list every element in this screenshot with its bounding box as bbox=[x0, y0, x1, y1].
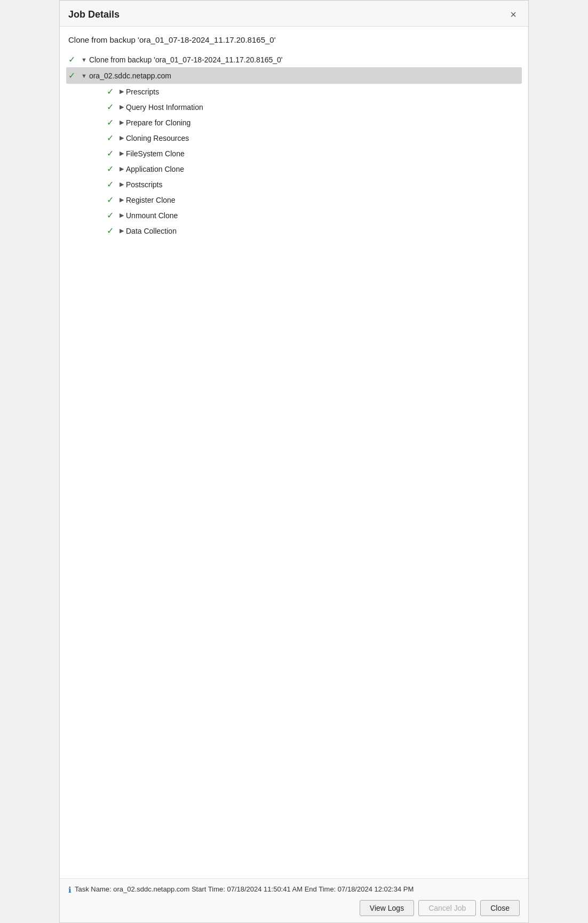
expand-icon-2: ▶ bbox=[120, 119, 124, 126]
job-details-dialog: Job Details × Clone from backup 'ora_01_… bbox=[59, 0, 529, 923]
sub-item-label-2: Prepare for Cloning bbox=[126, 118, 190, 127]
check-icon-6: ✓ bbox=[107, 179, 120, 189]
tree-host-item: ✓ ▼ ora_02.sddc.netapp.com bbox=[66, 67, 522, 84]
check-icon-2: ✓ bbox=[107, 117, 120, 128]
check-icon-5: ✓ bbox=[107, 164, 120, 174]
tree-sub-item: ✓ ▶ Data Collection bbox=[68, 223, 520, 238]
expand-icon-5: ▶ bbox=[120, 165, 124, 172]
check-icon-1: ✓ bbox=[107, 102, 120, 112]
dialog-footer: ℹ Task Name: ora_02.sddc.netapp.com Star… bbox=[60, 878, 528, 922]
check-icon-4: ✓ bbox=[107, 148, 120, 158]
footer-buttons: View Logs Cancel Job Close bbox=[68, 900, 520, 916]
tree-sub-item: ✓ ▶ Query Host Information bbox=[68, 99, 520, 115]
tree-root-item: ✓ ▼ Clone from backup 'ora_01_07-18-2024… bbox=[68, 52, 520, 67]
tree-sub-item: ✓ ▶ Application Clone bbox=[68, 161, 520, 177]
check-icon-host: ✓ bbox=[68, 70, 81, 81]
tree-sub-item: ✓ ▶ Unmount Clone bbox=[68, 208, 520, 223]
expand-icon-1: ▶ bbox=[120, 104, 124, 110]
check-icon-8: ✓ bbox=[107, 210, 120, 220]
sub-item-label-0: Prescripts bbox=[126, 87, 159, 96]
task-info-text: Task Name: ora_02.sddc.netapp.com Start … bbox=[75, 885, 414, 893]
dialog-body: Clone from backup 'ora_01_07-18-2024_11.… bbox=[60, 27, 528, 878]
check-icon-3: ✓ bbox=[107, 133, 120, 143]
view-logs-button[interactable]: View Logs bbox=[360, 900, 414, 916]
check-icon-7: ✓ bbox=[107, 195, 120, 205]
check-icon-9: ✓ bbox=[107, 226, 120, 236]
cancel-job-button[interactable]: Cancel Job bbox=[418, 900, 476, 916]
footer-info: ℹ Task Name: ora_02.sddc.netapp.com Star… bbox=[68, 885, 520, 895]
expand-icon-6: ▶ bbox=[120, 181, 124, 188]
tree-sub-item: ✓ ▶ Cloning Resources bbox=[68, 130, 520, 146]
backup-title: Clone from backup 'ora_01_07-18-2024_11.… bbox=[68, 35, 520, 44]
tree-sub-item: ✓ ▶ Prescripts bbox=[68, 84, 520, 99]
dialog-title: Job Details bbox=[68, 9, 120, 20]
sub-item-label-9: Data Collection bbox=[126, 227, 177, 235]
expand-icon-4: ▶ bbox=[120, 150, 124, 157]
tree-sub-item: ✓ ▶ Prepare for Cloning bbox=[68, 115, 520, 130]
host-item-label: ora_02.sddc.netapp.com bbox=[89, 71, 171, 80]
info-icon: ℹ bbox=[68, 885, 71, 895]
collapse-icon-host: ▼ bbox=[81, 73, 87, 79]
tree-sub-item: ✓ ▶ Register Clone bbox=[68, 192, 520, 208]
root-item-label: Clone from backup 'ora_01_07-18-2024_11.… bbox=[89, 55, 283, 64]
expand-icon-8: ▶ bbox=[120, 212, 124, 219]
expand-icon-9: ▶ bbox=[120, 227, 124, 234]
tree-sub-item: ✓ ▶ Postscripts bbox=[68, 177, 520, 192]
check-icon-0: ✓ bbox=[107, 86, 120, 97]
job-tree: ✓ ▼ Clone from backup 'ora_01_07-18-2024… bbox=[68, 52, 520, 238]
sub-item-label-7: Register Clone bbox=[126, 196, 176, 204]
close-button[interactable]: × bbox=[507, 8, 520, 21]
sub-item-label-4: FileSystem Clone bbox=[126, 149, 185, 158]
check-icon-root: ✓ bbox=[68, 54, 81, 65]
collapse-icon-root: ▼ bbox=[81, 57, 87, 63]
expand-icon-0: ▶ bbox=[120, 88, 124, 95]
expand-icon-3: ▶ bbox=[120, 134, 124, 141]
tree-sub-item: ✓ ▶ FileSystem Clone bbox=[68, 146, 520, 161]
dialog-header: Job Details × bbox=[60, 1, 528, 27]
sub-item-label-1: Query Host Information bbox=[126, 103, 203, 112]
sub-item-label-6: Postscripts bbox=[126, 180, 162, 189]
close-dialog-button[interactable]: Close bbox=[480, 900, 520, 916]
sub-item-label-5: Application Clone bbox=[126, 165, 184, 173]
sub-item-label-8: Unmount Clone bbox=[126, 211, 178, 220]
expand-icon-7: ▶ bbox=[120, 196, 124, 203]
sub-item-label-3: Cloning Resources bbox=[126, 134, 189, 142]
